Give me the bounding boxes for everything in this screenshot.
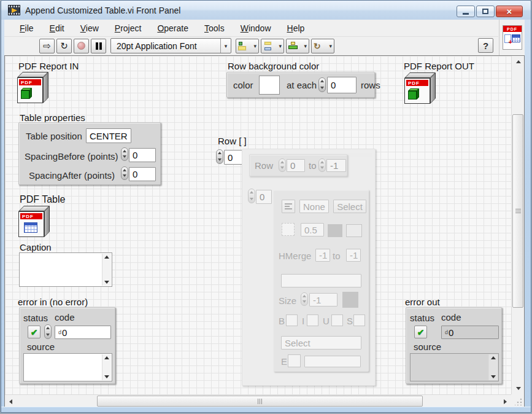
maximize-button[interactable]: [476, 6, 495, 17]
help-button[interactable]: ?: [478, 38, 493, 53]
row-to-spinner: [318, 158, 326, 172]
menu-edit[interactable]: Edit: [42, 23, 72, 33]
size-field: -1: [309, 293, 337, 307]
status-checkbox[interactable]: ✔: [28, 326, 40, 338]
code-spinner[interactable]: [44, 324, 52, 339]
at-each-spinner[interactable]: [318, 77, 326, 92]
menu-help[interactable]: Help: [279, 23, 313, 33]
abort-icon: [77, 42, 85, 50]
at-each-label: at each: [287, 80, 317, 90]
vertical-scrollbar[interactable]: [511, 56, 524, 394]
pdf-report-in-refnum[interactable]: PDF: [17, 72, 52, 105]
embedded-label: E: [281, 356, 287, 367]
scroll-up-icon[interactable]: [104, 356, 109, 359]
table-position-field[interactable]: CENTER: [86, 128, 131, 143]
source-scrollbar[interactable]: [488, 354, 498, 380]
scroll-down-icon: [516, 387, 521, 390]
code-field[interactable]: d0: [55, 326, 111, 339]
to-label: to: [309, 160, 317, 171]
window-title: Append Customized Table.vi Front Panel: [25, 6, 180, 15]
color-select-button: Select: [333, 200, 366, 213]
strike-checkbox: [353, 314, 365, 326]
cell-cluster: None Select 0.5 HMerge -1 to -1 Size: [274, 190, 369, 372]
table-properties-cluster: Table position CENTER SpacingBefore (poi…: [18, 122, 161, 185]
run-button[interactable]: ⇨: [39, 39, 55, 53]
vi-icon[interactable]: PDF +: [503, 25, 522, 50]
hmerge-label: HMerge: [279, 251, 311, 261]
source-indicator: [410, 353, 499, 381]
scroll-up-icon[interactable]: [104, 256, 109, 259]
scroll-down-icon[interactable]: [104, 375, 109, 378]
pdf-table-refnum[interactable]: PDF: [18, 206, 53, 239]
spacing-before-field[interactable]: 0: [129, 148, 156, 162]
menu-operate[interactable]: Operate: [149, 23, 196, 33]
strike-label: S: [347, 316, 353, 326]
align-left-icon: [285, 203, 292, 209]
menu-tools[interactable]: Tools: [196, 23, 233, 33]
scroll-up-icon[interactable]: [491, 356, 496, 359]
row-array-label: Row [ ]: [218, 136, 247, 146]
source-scrollbar[interactable]: [102, 354, 111, 380]
font-selector-value: 20pt Application Font: [111, 41, 220, 51]
status-label: status: [23, 313, 48, 323]
menu-view[interactable]: View: [72, 23, 107, 33]
minimize-button[interactable]: [457, 6, 475, 17]
scroll-down-icon[interactable]: [104, 281, 109, 284]
distribute-objects-button[interactable]: ▾: [261, 39, 284, 53]
pause-button[interactable]: [91, 39, 106, 53]
resize-objects-icon: [288, 41, 298, 51]
source-input[interactable]: [23, 353, 112, 381]
resize-grip[interactable]: [511, 394, 524, 407]
caption-label: Caption: [20, 242, 52, 252]
help-icon: ?: [483, 41, 488, 51]
color-label: color: [233, 80, 253, 90]
align-objects-button[interactable]: ▾: [236, 39, 259, 53]
close-button[interactable]: ×: [496, 6, 523, 17]
toolbar: ⇨ ↻ 20pt Application Font ▾ ▾ ▾ ▾ ↻: [4, 37, 498, 55]
row-array-index-field[interactable]: 0: [224, 150, 242, 165]
horizontal-scrollbar[interactable]: [5, 394, 511, 407]
menu-project[interactable]: Project: [107, 23, 150, 33]
horizontal-scrollbar-thumb[interactable]: [97, 396, 423, 407]
spacing-after-spinner[interactable]: [121, 166, 128, 180]
run-continuous-button[interactable]: ↻: [56, 39, 72, 53]
chevron-down-icon: ▾: [304, 43, 307, 49]
spacing-before-spinner[interactable]: [121, 147, 128, 161]
pdf-report-out-refnum[interactable]: PDF: [404, 72, 439, 106]
status-indicator: ✔: [414, 326, 427, 338]
cell-color-box: [346, 224, 362, 237]
row-range-label: Row: [255, 160, 273, 171]
spacing-after-field[interactable]: 0: [129, 167, 156, 181]
caption-input[interactable]: [19, 252, 112, 287]
chevron-down-icon[interactable]: ▾: [220, 39, 231, 53]
resize-objects-button[interactable]: ▾: [286, 39, 309, 53]
error-out-cluster: status code ✔ d0 source: [406, 307, 502, 384]
caption-scrollbar[interactable]: [102, 254, 111, 286]
vertical-scrollbar-thumb[interactable]: [512, 114, 523, 308]
titlebar[interactable]: Append Customized Table.vi Front Panel ×: [1, 1, 531, 20]
font-selector[interactable]: 20pt Application Font ▾: [110, 38, 231, 53]
radix-indicator: d: [445, 329, 448, 335]
front-panel: PDF Report IN PDF Row background color c…: [5, 56, 511, 394]
reorder-button[interactable]: ↻ ▾: [311, 39, 334, 53]
scroll-up-button[interactable]: [512, 56, 525, 68]
scroll-right-button[interactable]: [499, 395, 511, 408]
scroll-down-button[interactable]: [512, 383, 525, 394]
row-range-cluster: Row 0 to -1: [249, 154, 347, 176]
row-array-index-spinner[interactable]: [216, 149, 223, 164]
menu-window[interactable]: Window: [233, 23, 279, 33]
run-icon: ⇨: [43, 41, 51, 52]
menu-file[interactable]: File: [12, 23, 42, 33]
at-each-field[interactable]: 0: [327, 77, 357, 93]
source-label: source: [414, 342, 441, 352]
table-properties-label: Table properties: [20, 112, 85, 123]
scroll-left-button[interactable]: [5, 395, 17, 408]
color-box[interactable]: [259, 76, 280, 95]
spacing-before-label: SpacingBefore (points): [25, 151, 118, 162]
alignment-button: [282, 200, 295, 213]
scroll-down-icon[interactable]: [491, 375, 496, 378]
radix-indicator: d: [58, 329, 61, 335]
abort-button[interactable]: [74, 39, 89, 53]
size-label: Size: [279, 295, 296, 306]
maximize-icon: [482, 9, 488, 14]
